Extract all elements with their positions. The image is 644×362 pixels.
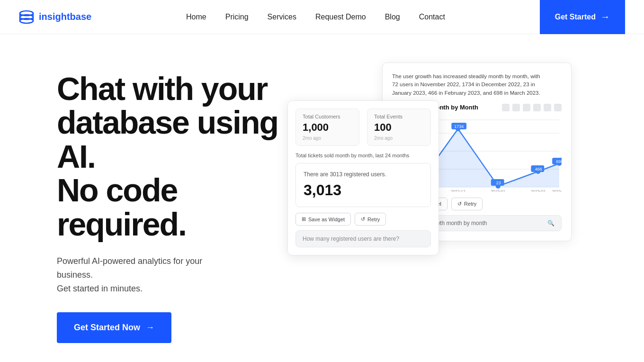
metric-customers-label: Total Customers	[303, 114, 352, 119]
chat-retry-button[interactable]: ↺ Retry	[355, 213, 386, 226]
hero-cta-label: Get Started Now	[74, 323, 140, 333]
hero-right: The user growth has increased steadily m…	[287, 63, 625, 290]
nav-cta-button[interactable]: Get Started →	[540, 0, 625, 34]
metric-events-value: 100	[374, 121, 424, 134]
metrics-row: Total Customers 1,000 2mo ago Total Even…	[295, 109, 431, 146]
chart-icon-2	[512, 104, 520, 111]
chart-icon-3	[523, 104, 530, 111]
widget-chart-header: Total tickets sold month by month, last …	[295, 153, 431, 158]
metric-customers-value: 1,000	[303, 121, 352, 134]
hero-cta-button[interactable]: Get Started Now →	[57, 312, 171, 343]
chat-widget: Total Customers 1,000 2mo ago Total Even…	[287, 100, 439, 255]
chart-fill-area	[418, 129, 559, 187]
chat-actions: ⊞ Save as Widget ↺ Retry	[295, 213, 431, 226]
chart-retry-button[interactable]: ↺ Retry	[451, 198, 483, 210]
chart-ai-text: The user growth has increased steadily m…	[392, 72, 544, 97]
svg-text:698: 698	[556, 159, 562, 164]
chart-icon-1	[502, 104, 510, 111]
svg-text:23: 23	[496, 181, 501, 185]
chat-result-box: There are 3013 registered users. 3,013	[295, 163, 431, 207]
nav-request-demo[interactable]: Request Demo	[315, 13, 366, 21]
hero-section: Chat with your database using AI. No cod…	[0, 34, 644, 362]
widget-icon-small: ⊞	[302, 216, 306, 222]
logo-icon	[19, 9, 34, 25]
retry-icon: ↺	[457, 201, 462, 207]
nav-blog[interactable]: Blog	[385, 13, 400, 21]
nav-pricing[interactable]: Pricing	[225, 13, 249, 21]
chat-input-bar[interactable]: How many registered users are there?	[295, 230, 431, 247]
metric-card-events: Total Events 100 2mo ago	[367, 109, 431, 146]
navbar: insightbase Home Pricing Services Reques…	[0, 0, 644, 34]
chart-icon-5	[544, 104, 551, 111]
metric-events-label: Total Events	[374, 114, 424, 119]
hero-cta-arrow: →	[146, 323, 154, 333]
metric-card-customers: Total Customers 1,000 2mo ago	[295, 109, 359, 146]
search-icon: 🔍	[547, 220, 555, 226]
svg-text:2022-12: 2022-12	[451, 189, 465, 192]
hero-left: Chat with your database using AI. No cod…	[57, 63, 278, 343]
svg-text:2023-03: 2023-03	[552, 189, 562, 192]
brand-name: insightbase	[39, 11, 91, 22]
metric-events-time: 2mo ago	[374, 136, 424, 141]
svg-text:2023-02: 2023-02	[531, 189, 546, 192]
nav-services[interactable]: Services	[268, 13, 296, 21]
svg-text:466: 466	[535, 167, 542, 172]
nav-contact[interactable]: Contact	[419, 13, 445, 21]
chart-icon-4	[533, 104, 541, 111]
chat-retry-icon: ↺	[361, 216, 365, 222]
svg-text:1734: 1734	[454, 124, 464, 129]
nav-cta-arrow: →	[600, 11, 610, 22]
logo-link[interactable]: insightbase	[19, 9, 91, 25]
nav-cta-label: Get Started	[555, 13, 596, 21]
nav-home[interactable]: Home	[186, 13, 206, 21]
hero-sub-headline: No code required.	[57, 173, 278, 241]
svg-text:2023-01: 2023-01	[491, 189, 505, 192]
chat-result-number: 3,013	[304, 181, 423, 199]
chart-icon-group	[502, 104, 562, 111]
hero-tagline: Powerful AI-powered analytics for your b…	[57, 254, 237, 295]
hero-headline: Chat with your database using AI.	[57, 72, 278, 173]
chart-icon-6	[554, 104, 562, 111]
chat-result-text: There are 3013 registered users.	[304, 171, 423, 178]
nav-links: Home Pricing Services Request Demo Blog …	[186, 13, 445, 21]
metric-customers-time: 2mo ago	[303, 136, 352, 141]
chat-save-widget-button[interactable]: ⊞ Save as Widget	[295, 213, 351, 226]
